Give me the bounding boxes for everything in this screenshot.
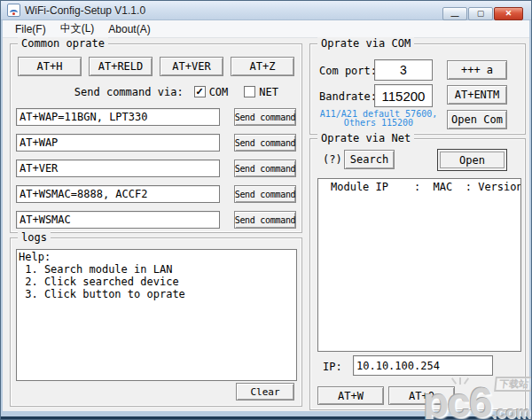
command-row: Send command <box>11 108 301 126</box>
app-window: WiFi-Config-Setup V1.1.0 — ▢ ✕ File(F) 中… <box>0 0 532 420</box>
window-title: WiFi-Config-Setup V1.1.0 <box>25 4 145 17</box>
check-icon: ✓ <box>196 87 204 97</box>
oprate-via-com-title: Oprate via COM <box>317 37 414 50</box>
bandrate-hint-line2: Others 115200 <box>312 119 445 128</box>
send-command-button-4[interactable]: Send command <box>234 185 296 203</box>
send-command-button-2[interactable]: Send command <box>234 134 296 152</box>
at-h-button[interactable]: AT+H <box>18 57 82 76</box>
title-bar: WiFi-Config-Setup V1.1.0 — ▢ ✕ <box>1 1 531 20</box>
quick-buttons-row: AT+H AT+RELD AT+VER AT+Z <box>18 57 294 76</box>
net-checkbox-label: NET <box>259 86 278 98</box>
ip-input[interactable] <box>353 355 493 376</box>
command-row: Send command <box>11 185 301 203</box>
command-row: Send command <box>11 211 301 229</box>
app-icon <box>7 4 20 17</box>
ip-label: IP: <box>323 361 342 373</box>
menu-about[interactable]: About(A) <box>101 21 157 37</box>
oprate-via-net-title: Oprate via Net <box>317 132 414 144</box>
menu-bar: File(F) 中文(L) About(A) <box>3 20 529 38</box>
send-command-button-3[interactable]: Send command <box>234 159 296 177</box>
at-z-button[interactable]: AT+Z <box>231 57 294 76</box>
logs-title: logs <box>18 231 51 244</box>
clear-button[interactable]: Clear <box>236 383 294 401</box>
com-checkbox-group[interactable]: ✓ COM <box>194 86 229 98</box>
net-checkbox-group[interactable]: NET <box>244 86 278 98</box>
bandrate-input[interactable] <box>374 84 433 107</box>
minimize-icon: — <box>451 12 459 20</box>
at-entm-button[interactable]: AT+ENTM <box>447 85 507 105</box>
at-reld-button[interactable]: AT+RELD <box>89 57 153 76</box>
command-row: Send command <box>11 134 301 152</box>
escape-sequence-button[interactable]: +++ a <box>447 60 507 80</box>
command-input-3[interactable] <box>16 159 220 177</box>
log-output[interactable]: Help: 1. Search module in LAN 2. Click s… <box>16 249 297 381</box>
menu-language[interactable]: 中文(L) <box>53 19 102 38</box>
menu-file[interactable]: File(F) <box>8 21 53 37</box>
module-list[interactable]: Module IP : MAC : Version <box>317 178 521 352</box>
minimize-button[interactable]: — <box>442 7 467 20</box>
at-w-button[interactable]: AT+W <box>317 386 384 405</box>
bandrate-hint: A11/A21 default 57600, Others 115200 <box>312 110 445 128</box>
bandrate-label: Bandrate: <box>319 90 377 103</box>
command-input-4[interactable] <box>16 185 220 203</box>
caption-buttons: — ▢ ✕ <box>442 7 523 20</box>
send-via-row: Send command via: ✓ COM NET <box>11 85 278 98</box>
logs-group: logs Help: 1. Search module in LAN 2. Cl… <box>10 237 302 407</box>
com-port-label: Com port: <box>319 65 377 77</box>
com-checkbox-label: COM <box>209 86 229 98</box>
oprate-via-com-group: Oprate via COM Com port: +++ a Bandrate:… <box>309 43 526 135</box>
help-mark: (?) <box>323 153 342 166</box>
at-q-button[interactable]: AT+Q <box>388 386 455 405</box>
open-com-button[interactable]: Open Com <box>447 110 507 129</box>
open-button[interactable]: Open <box>437 149 507 171</box>
common-oprate-group: Common oprate AT+H AT+RELD AT+VER AT+Z S… <box>10 43 302 233</box>
search-button[interactable]: Search <box>344 150 395 169</box>
oprate-via-net-group: Oprate via Net (?) Search Open Module IP… <box>309 138 526 410</box>
window-bottom-border <box>1 416 531 419</box>
command-input-5[interactable] <box>16 211 220 229</box>
command-input-2[interactable] <box>16 134 220 152</box>
common-oprate-title: Common oprate <box>18 37 108 50</box>
close-button[interactable]: ✕ <box>494 7 523 20</box>
close-icon: ✕ <box>505 10 512 18</box>
command-row: Send command <box>11 159 301 177</box>
send-command-button-1[interactable]: Send command <box>234 108 296 126</box>
maximize-icon: ▢ <box>477 10 485 18</box>
send-command-button-5[interactable]: Send command <box>234 211 296 229</box>
at-ver-button[interactable]: AT+VER <box>160 57 223 76</box>
net-checkbox[interactable] <box>244 86 255 97</box>
maximize-button[interactable]: ▢ <box>468 7 493 20</box>
client-area: Common oprate AT+H AT+RELD AT+VER AT+Z S… <box>3 38 529 411</box>
command-input-1[interactable] <box>16 108 220 126</box>
com-checkbox[interactable]: ✓ <box>194 86 206 97</box>
command-rows: Send command Send command Send command S… <box>11 108 301 237</box>
send-via-label: Send command via: <box>74 86 184 98</box>
com-port-input[interactable] <box>374 59 433 81</box>
